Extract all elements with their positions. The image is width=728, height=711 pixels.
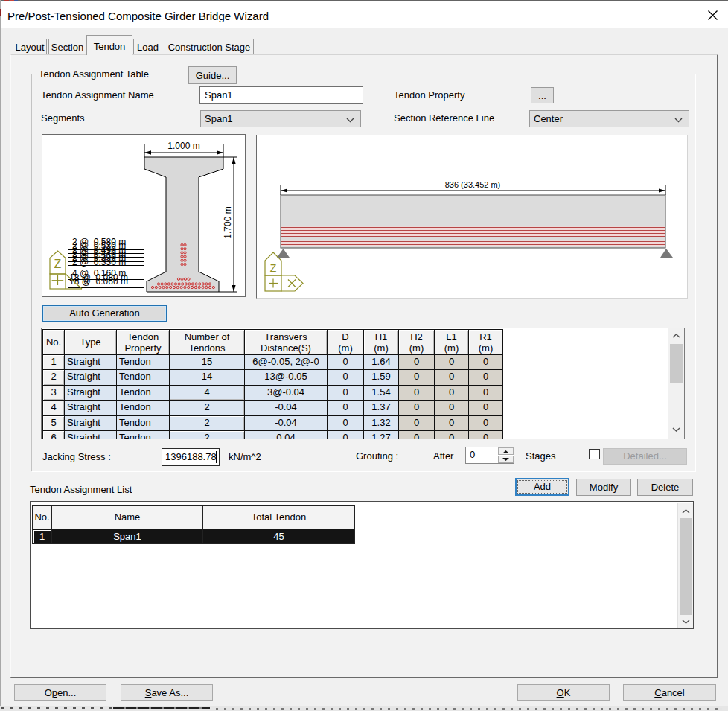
svg-text:1.000 m: 1.000 m <box>167 141 199 151</box>
svg-text:836 (33.452 m): 836 (33.452 m) <box>445 180 501 189</box>
svg-text:2 @ 0.330 m: 2 @ 0.330 m <box>72 257 126 267</box>
svg-text:Z: Z <box>54 258 62 270</box>
svg-text:1.700 m: 1.700 m <box>223 206 233 238</box>
svg-text:Z: Z <box>270 262 277 274</box>
